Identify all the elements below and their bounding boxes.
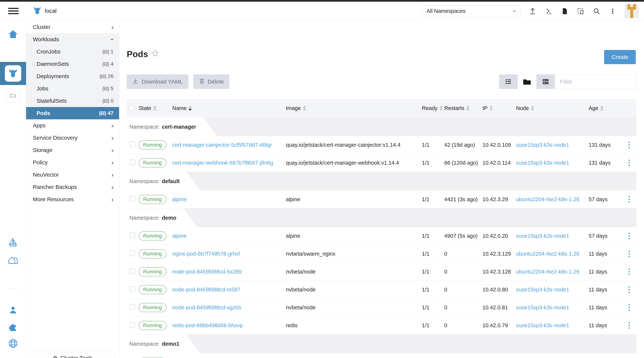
sidebar-item-daemonsets[interactable]: DaemonSets {⊟}4 (26, 58, 119, 70)
pod-name-link[interactable]: cert-manager-cainjector-5cf5f57dd7-dt8gr (172, 142, 272, 148)
namespace-name: cert-manager (162, 124, 196, 130)
kebab-menu-icon[interactable] (608, 7, 617, 15)
row-actions-kebab[interactable] (625, 142, 633, 148)
pod-image: redis (286, 322, 422, 328)
pod-name-link[interactable]: node-pod-8459fd98cd-sgzb5 (172, 304, 241, 310)
sidebar-item-apps[interactable]: Apps› (26, 119, 119, 132)
node-link[interactable]: suse15sp3-k3s-node1 (516, 142, 569, 148)
user-icon[interactable] (0, 305, 26, 314)
node-link[interactable]: suse15sp3-k3s-node1 (516, 287, 569, 292)
row-actions-kebab[interactable] (625, 304, 633, 311)
import-yaml-icon[interactable] (528, 7, 537, 15)
row-checkbox[interactable] (130, 250, 135, 256)
node-link[interactable]: suse15sp3-k3s-node1 (516, 233, 569, 239)
active-cluster-tile[interactable] (0, 62, 26, 85)
row-actions-kebab[interactable] (625, 268, 633, 275)
sidebar-item-policy[interactable]: Policy› (26, 156, 119, 169)
row-checkbox[interactable] (130, 232, 135, 238)
row-checkbox[interactable] (130, 286, 135, 292)
select-all-checkbox[interactable] (128, 105, 134, 111)
row-checkbox[interactable] (130, 268, 135, 274)
pod-name-link[interactable]: redis-pod-66bb498d46-bhxvp (172, 322, 243, 328)
row-checkbox[interactable] (130, 322, 135, 328)
cluster-c1-tile[interactable]: C1 (6, 89, 20, 103)
copy-kubeconfig-icon[interactable] (576, 7, 585, 15)
node-link[interactable]: ubuntu2204-rke2-k8s-1.26 (516, 251, 579, 257)
download-yaml-button[interactable]: Download YAML (127, 74, 188, 89)
row-checkbox[interactable] (130, 304, 135, 310)
row-actions-kebab[interactable] (625, 233, 633, 239)
trash-icon (199, 78, 205, 85)
pod-name-link[interactable]: alpine (172, 233, 186, 239)
sidebar-item-more-resources[interactable]: More Resources› (26, 193, 119, 205)
globe-icon[interactable] (0, 338, 26, 348)
pod-age: 11 days (589, 287, 625, 293)
hamburger-menu-icon[interactable] (8, 8, 19, 14)
column-header-name[interactable]: Name (172, 105, 286, 111)
node-link[interactable]: suse15sp3-k3s-node1 (516, 160, 569, 166)
column-header-ready[interactable]: Ready (422, 105, 444, 111)
column-header-age[interactable]: Age (589, 105, 625, 111)
column-header-restarts[interactable]: Restarts (444, 105, 482, 111)
group-by-namespace-folder-icon[interactable] (522, 74, 532, 89)
column-header-ip[interactable]: IP (482, 105, 516, 111)
view-grouped-toggle[interactable] (536, 74, 555, 89)
node-link[interactable]: suse15sp3-k3s-node1 (516, 322, 569, 328)
fleet-sailboat-icon[interactable] (0, 238, 26, 247)
harvester-icon[interactable] (0, 255, 26, 265)
cluster-steer-icon (5, 65, 21, 82)
pod-name-link[interactable]: cert-manager-webhook-687b7f8b97-j8n6g (172, 160, 273, 166)
create-button[interactable]: Create (604, 50, 636, 64)
user-avatar[interactable] (624, 4, 639, 18)
pod-age: 11 days (589, 251, 625, 257)
sidebar-item-rancher-backups[interactable]: Rancher Backups› (26, 181, 119, 193)
row-checkbox[interactable] (130, 142, 135, 147)
search-icon[interactable] (592, 7, 601, 15)
row-actions-kebab[interactable] (625, 196, 633, 203)
sidebar-item-statefulsets[interactable]: StatefulSets {⊟}0 (26, 95, 119, 107)
node-link[interactable]: ubuntu2204-rke2-k8s-1.26 (516, 196, 579, 202)
view-list-toggle[interactable] (499, 74, 518, 89)
pod-ip: 10.42.0.79 (482, 322, 516, 328)
row-actions-kebab[interactable] (625, 286, 633, 293)
pod-name-link[interactable]: alpine (172, 196, 186, 202)
pod-name-link[interactable]: node-pod-8459fd98cd-rs587 (172, 287, 240, 292)
row-actions-kebab[interactable] (625, 160, 633, 166)
namespace-filter-select[interactable]: All Namespaces › (422, 5, 521, 17)
pod-name-link[interactable]: node-pod-8459fd98cd-5s289 (172, 269, 242, 275)
row-actions-kebab[interactable] (625, 322, 633, 329)
kubectl-shell-icon[interactable] (544, 7, 553, 15)
sidebar-item-deployments[interactable]: Deployments {⊟}26 (26, 70, 119, 82)
row-checkbox[interactable] (130, 159, 135, 165)
column-header-state[interactable]: State (139, 105, 172, 111)
sidebar-item-pods[interactable]: Pods {⊟}47 (26, 107, 119, 119)
column-header-image[interactable]: Image (286, 105, 422, 111)
pod-name-link[interactable]: nginx-pod-6b7f749578-grhvl (172, 251, 240, 257)
sidebar-item-jobs[interactable]: Jobs {⊟}5 (26, 82, 119, 95)
resource-count-icon: {⊟} (100, 74, 106, 79)
home-icon[interactable] (0, 29, 26, 39)
pod-restarts: 4421 (3s ago) (444, 196, 482, 202)
row-checkbox[interactable] (130, 196, 135, 202)
sidebar-item-neuvector[interactable]: NeuVector› (26, 169, 119, 181)
row-actions-kebab[interactable] (625, 251, 633, 257)
extensions-puzzle-icon[interactable] (0, 322, 26, 331)
cluster-tools-button[interactable]: ⚙ Cluster Tools (30, 352, 115, 358)
sidebar-item-cluster[interactable]: Cluster › (26, 21, 119, 33)
resource-count-icon: {⊟} (102, 61, 109, 67)
node-link[interactable]: ubuntu2204-rke2-k8s-1.26 (516, 269, 579, 275)
kubeconfig-file-icon[interactable] (560, 7, 569, 15)
favorite-star-icon[interactable] (152, 50, 159, 58)
pod-ready: 1/1 (422, 322, 444, 328)
filter-input[interactable] (555, 74, 636, 89)
sidebar-item-workloads[interactable]: Workloads › (26, 33, 119, 46)
node-link[interactable]: suse15sp3-k3s-node1 (516, 304, 569, 310)
sidebar-item-cronjobs[interactable]: CronJobs {⊟}1 (26, 46, 119, 58)
sidebar-item-storage[interactable]: Storage› (26, 144, 119, 156)
pod-image: alpine (286, 196, 422, 202)
delete-button[interactable]: Delete (193, 74, 230, 89)
sidebar-item-service-discovery[interactable]: Service Discovery› (26, 132, 119, 144)
column-header-node[interactable]: Node (516, 105, 589, 111)
table-row: Running nginx-pod-6b7f749578-grhvl nvbet… (127, 245, 636, 263)
sidebar-nav: Cluster › Workloads › CronJobs {⊟}1 Daem… (26, 21, 119, 358)
